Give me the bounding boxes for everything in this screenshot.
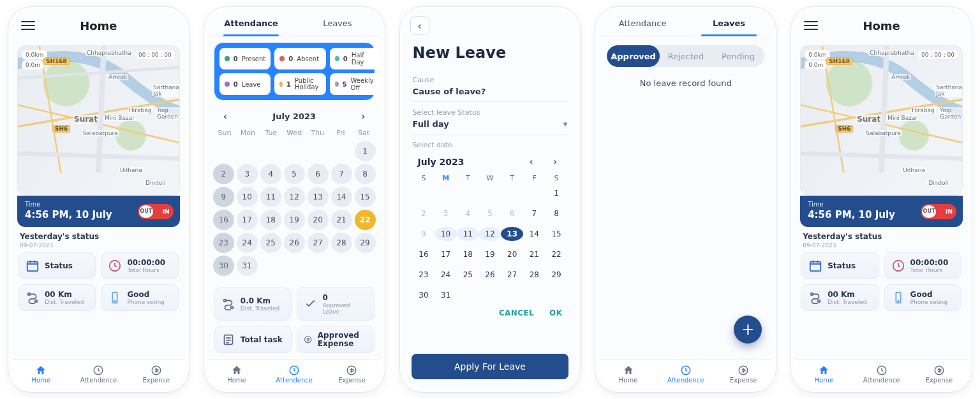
seg-pending[interactable]: Pending (712, 45, 764, 67)
calendar-day[interactable]: 21 (331, 210, 352, 230)
calendar-day[interactable]: 30 (213, 256, 234, 276)
mini-calendar-day[interactable]: 6 (501, 207, 523, 221)
mini-calendar-day[interactable]: 3 (434, 207, 457, 221)
calendar-day[interactable]: 4 (260, 164, 281, 184)
calendar-day[interactable]: 19 (284, 210, 305, 230)
mini-calendar-day[interactable]: 13 (501, 227, 523, 241)
cal-prev-icon[interactable]: ‹ (218, 108, 233, 125)
map[interactable]: 0.0km 0.0m 00 : 00 : 00 SH168 SH6 Amroli… (17, 45, 180, 196)
mini-next-icon[interactable]: › (548, 153, 563, 170)
mini-calendar-day[interactable]: 18 (457, 247, 479, 261)
card-status[interactable]: Status (19, 252, 96, 279)
nav-expense[interactable]: Expense (910, 365, 968, 384)
mini-calendar-day[interactable]: 9 (413, 227, 435, 241)
mini-calendar-day[interactable]: 2 (413, 207, 435, 221)
nav-attendance[interactable]: Attendence (657, 365, 715, 384)
menu-icon[interactable] (21, 18, 35, 33)
status-select[interactable]: Full day ▾ (413, 117, 568, 134)
nav-expense[interactable]: Expense (128, 365, 185, 384)
menu-icon[interactable] (804, 18, 818, 33)
calendar-day[interactable]: 12 (284, 187, 305, 207)
nav-attendance[interactable]: Attendence (265, 365, 323, 384)
calendar-day[interactable]: 18 (260, 210, 281, 230)
nav-attendance[interactable]: Attendence (852, 365, 910, 384)
mini-calendar-day[interactable]: 26 (479, 268, 501, 282)
mini-calendar-day[interactable]: 4 (457, 207, 479, 221)
nav-home[interactable]: Home (599, 365, 657, 384)
mini-calendar-day[interactable]: 23 (413, 268, 435, 282)
mini-calendar-day[interactable]: 30 (413, 288, 435, 302)
mini-calendar-day[interactable]: 20 (501, 247, 523, 261)
calendar-day[interactable]: 1 (355, 141, 376, 161)
seg-rejected[interactable]: Rejected (660, 45, 712, 67)
calendar-day[interactable]: 11 (260, 187, 281, 207)
calendar-day[interactable]: 10 (237, 187, 258, 207)
mini-calendar-day[interactable]: 22 (546, 247, 568, 261)
mini-calendar-day[interactable]: 14 (523, 227, 546, 241)
calendar-day[interactable]: 27 (308, 233, 329, 253)
card-approved-expense[interactable]: Approved Expense (297, 326, 374, 353)
mini-calendar-day[interactable]: 29 (546, 268, 568, 282)
card-distance[interactable]: 0.0 KmDist. Traveled (214, 287, 292, 321)
mini-calendar-day[interactable]: 1 (546, 186, 568, 200)
mini-calendar-day[interactable]: 25 (457, 268, 479, 282)
calendar-day[interactable]: 22 (355, 210, 376, 230)
calendar-day[interactable]: 5 (284, 164, 305, 184)
calendar-day[interactable]: 26 (284, 233, 305, 253)
calendar-day[interactable]: 20 (308, 210, 329, 230)
calendar-day[interactable]: 2 (213, 164, 234, 184)
calendar-day[interactable]: 14 (331, 187, 352, 207)
card-distance[interactable]: 00 KmDist. Traveled (801, 284, 879, 311)
calendar-day[interactable]: 23 (213, 233, 234, 253)
mini-calendar-day[interactable]: 11 (457, 227, 479, 241)
calendar-day[interactable]: 24 (237, 233, 258, 253)
mini-calendar-day[interactable]: 24 (434, 268, 457, 282)
calendar-day[interactable]: 7 (331, 164, 352, 184)
nav-expense[interactable]: Expense (323, 365, 380, 384)
calendar-day[interactable]: 6 (308, 164, 329, 184)
cause-input[interactable]: Cause of leave? (413, 84, 568, 102)
nav-expense[interactable]: Expense (715, 365, 772, 384)
add-leave-fab[interactable]: + (734, 316, 762, 344)
calendar-day[interactable]: 25 (260, 233, 281, 253)
calendar-day[interactable]: 8 (355, 164, 376, 184)
mini-calendar-day[interactable]: 28 (523, 268, 546, 282)
calendar-day[interactable]: 17 (237, 210, 258, 230)
mini-calendar-day[interactable]: 27 (501, 268, 523, 282)
punch-toggle[interactable]: OUT IN (138, 204, 174, 219)
mini-calendar-day[interactable]: 17 (434, 247, 457, 261)
mini-calendar-day[interactable]: 31 (434, 288, 457, 302)
mini-calendar-day[interactable]: 10 (434, 227, 457, 241)
card-distance[interactable]: 00 KmDist. Traveled (19, 284, 96, 311)
mini-calendar-day[interactable]: 19 (479, 247, 501, 261)
cal-next-icon[interactable]: › (356, 108, 371, 125)
punch-toggle[interactable]: OUT IN (921, 204, 956, 219)
ok-button[interactable]: OK (549, 308, 562, 317)
calendar-day[interactable]: 15 (355, 187, 376, 207)
calendar-day[interactable]: 3 (237, 164, 258, 184)
tab-leaves[interactable]: Leaves (294, 11, 380, 36)
calendar-day[interactable]: 9 (213, 187, 234, 207)
back-button[interactable]: ‹ (410, 16, 429, 35)
calendar-day[interactable]: 31 (237, 256, 258, 276)
card-status[interactable]: Status (801, 252, 879, 279)
card-phone-setting[interactable]: GoodPhone seting (884, 284, 961, 311)
card-total-hours[interactable]: 00:00:00Total Hours (884, 252, 961, 279)
calendar-day[interactable]: 28 (331, 233, 352, 253)
tab-attendance[interactable]: Attendance (599, 11, 685, 36)
mini-calendar-day[interactable]: 5 (479, 207, 501, 221)
calendar-day[interactable]: 16 (213, 210, 234, 230)
nav-home[interactable]: Home (208, 365, 265, 384)
cancel-button[interactable]: CANCEL (499, 308, 534, 317)
seg-approved[interactable]: Approved (607, 45, 659, 67)
tab-attendance[interactable]: Attendance (208, 11, 294, 36)
card-total-task[interactable]: Total task (214, 326, 292, 353)
card-approved-leave[interactable]: 0Approved Leave (297, 287, 374, 321)
nav-attendance[interactable]: Attendence (70, 365, 127, 384)
mini-calendar-day[interactable]: 16 (413, 247, 435, 261)
card-total-hours[interactable]: 00:00:00Total Hours (101, 252, 178, 279)
apply-leave-button[interactable]: Apply For Leave (412, 354, 569, 379)
mini-calendar-day[interactable]: 15 (546, 227, 568, 241)
tab-leaves[interactable]: Leaves (686, 11, 772, 36)
calendar-day[interactable]: 29 (355, 233, 376, 253)
